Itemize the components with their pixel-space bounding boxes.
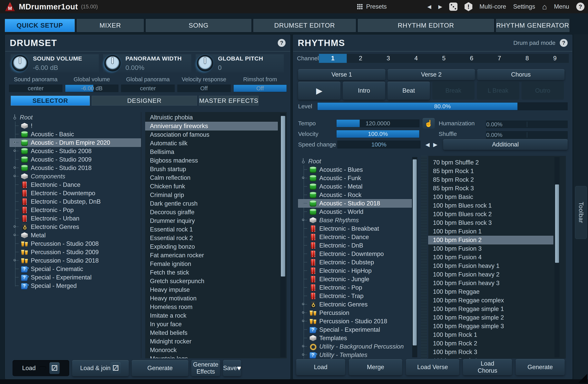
- tree-item[interactable]: Acoustic - Studio 2018: [298, 199, 412, 208]
- list-item[interactable]: 100 bpm Basic: [428, 193, 553, 201]
- action-button[interactable]: Generate: [516, 359, 565, 375]
- presets-menu[interactable]: Presets: [357, 3, 387, 10]
- list-item[interactable]: Monorock: [145, 346, 278, 354]
- tree-item[interactable]: Percussion - Studio 2008: [10, 239, 141, 248]
- tree-item[interactable]: Components: [10, 172, 141, 181]
- param-field[interactable]: -6.00 dB: [65, 85, 118, 92]
- tab[interactable]: RHYTHM EDITOR: [358, 19, 494, 32]
- list-item[interactable]: 85 bpm Rock 2: [428, 175, 553, 184]
- prev-preset-button[interactable]: ◀: [427, 4, 431, 10]
- action-button[interactable]: Merge: [349, 359, 402, 375]
- channel-button[interactable]: 2: [347, 54, 375, 63]
- knob-control[interactable]: [12, 55, 28, 72]
- multicore-button[interactable]: Multi-core: [479, 3, 506, 10]
- list-item[interactable]: Fetch the stick: [145, 268, 278, 277]
- list-item[interactable]: 100 bpm Reggae simple 1: [428, 305, 553, 313]
- action-button[interactable]: Load Chorus: [463, 359, 512, 375]
- additional-button[interactable]: Additional: [443, 139, 567, 150]
- list-item[interactable]: 100 bpm Reggae: [428, 288, 553, 296]
- list-item[interactable]: Association of famous: [145, 130, 278, 139]
- tree-item[interactable]: Acoustic - Blues: [298, 165, 412, 174]
- tree-item[interactable]: Acoustic - World: [298, 208, 412, 216]
- expander-icon[interactable]: [14, 166, 16, 169]
- tree-item[interactable]: Electronic - Downtempo: [10, 189, 141, 197]
- tree-item[interactable]: Electronic - HipHop: [298, 267, 412, 275]
- list-item[interactable]: 100 bpm Reggae simple 2: [428, 313, 553, 322]
- tree-item[interactable]: Special - Cinematic: [10, 265, 141, 273]
- tree-item[interactable]: Special - Experimental: [298, 326, 412, 334]
- rhythms-help-icon[interactable]: ?: [560, 39, 567, 47]
- list-item[interactable]: 100 bpm Rock 1: [428, 330, 553, 339]
- list-item[interactable]: Essential rock 1: [145, 225, 278, 234]
- tree-item[interactable]: Acoustic - Rock: [298, 191, 412, 199]
- list-item[interactable]: Midnight rocker: [145, 337, 278, 346]
- channel-button[interactable]: 5: [430, 54, 458, 63]
- tree-item[interactable]: Root: [298, 157, 412, 165]
- next-preset-button[interactable]: ▶: [438, 4, 442, 10]
- tab[interactable]: MIXER: [77, 19, 144, 32]
- param-field[interactable]: center: [121, 85, 174, 92]
- param-field[interactable]: Off: [233, 85, 287, 92]
- list-item[interactable]: Decorous giraffe: [145, 208, 278, 217]
- tree-item[interactable]: Utility - Templates: [298, 351, 412, 359]
- tree-item[interactable]: Percussion: [298, 309, 412, 317]
- expander-icon[interactable]: [14, 150, 16, 152]
- part-button[interactable]: L Break: [477, 82, 519, 100]
- list-item[interactable]: 85 bpm Rock 3: [428, 184, 553, 193]
- list-item[interactable]: Heavy impulse: [145, 286, 278, 294]
- speed-next-button[interactable]: ▶: [433, 141, 438, 148]
- list-item[interactable]: 100 bpm Fusion 1: [428, 227, 553, 236]
- tree-item[interactable]: Electronic - DnB: [298, 241, 412, 250]
- notifications-icon[interactable]: [464, 2, 472, 11]
- home-icon[interactable]: ⌂: [542, 3, 547, 11]
- subtab[interactable]: MASTER EFFECTS: [199, 96, 258, 106]
- channel-button[interactable]: 9: [541, 54, 569, 63]
- tree-item[interactable]: Special - Merged: [10, 282, 141, 290]
- tree-item[interactable]: Templates: [298, 334, 412, 342]
- tree-item[interactable]: Electronic - Trap: [298, 292, 412, 300]
- expander-icon[interactable]: [14, 225, 16, 228]
- rhythms-list-scrollbar[interactable]: [554, 157, 560, 357]
- list-item[interactable]: Bellisima: [145, 148, 278, 156]
- tree-item[interactable]: Acoustic - Funk: [298, 174, 412, 182]
- shuffle-field[interactable]: 0.00%: [486, 131, 567, 139]
- list-item[interactable]: In your face: [145, 320, 278, 328]
- tree-item[interactable]: Utility - Background Percussion: [298, 342, 412, 351]
- list-item[interactable]: Criminal grip: [145, 191, 278, 199]
- scrollbar-thumb[interactable]: [413, 159, 417, 346]
- tree-item[interactable]: Acoustic - Studio 2018: [10, 164, 141, 172]
- param-field[interactable]: center: [9, 85, 62, 92]
- action-button[interactable]: Load ⚂: [13, 360, 69, 376]
- speed-change-field[interactable]: 100%: [337, 141, 420, 148]
- tab[interactable]: SONG: [146, 19, 251, 32]
- list-item[interactable]: Female ignition: [145, 260, 278, 268]
- tempo-slider[interactable]: 120.0000: [336, 119, 420, 127]
- tree-item[interactable]: Acoustic - Drum Empire 2020: [10, 138, 141, 147]
- list-item[interactable]: 100 bpm Rock 4: [428, 356, 553, 359]
- list-item[interactable]: Chicken funk: [145, 182, 278, 191]
- tree-item[interactable]: Electronic - Pop: [10, 206, 141, 214]
- list-item[interactable]: Drummer inquiry: [145, 217, 278, 225]
- dice-icon[interactable]: ⚂: [49, 362, 60, 374]
- action-button[interactable]: Load Verse: [406, 359, 459, 375]
- list-item[interactable]: Imitate a rock: [145, 311, 278, 320]
- action-button[interactable]: Generate: [132, 360, 188, 376]
- tab[interactable]: RHYTHM GENERATOR: [496, 19, 569, 32]
- part-button[interactable]: Break: [432, 82, 475, 100]
- tree-item[interactable]: Electronic - Downtempo: [298, 250, 412, 258]
- list-item[interactable]: Gretch suckerpunch: [145, 277, 278, 286]
- tree-item[interactable]: Special - Experimental: [10, 273, 141, 282]
- part-button[interactable]: Beat: [387, 82, 430, 100]
- action-button[interactable]: Load & join ⚂: [72, 360, 129, 376]
- list-item[interactable]: 100 bpm Fusion heavy 2: [428, 270, 553, 279]
- tree-item[interactable]: Percussion - Studio 2009: [10, 248, 141, 256]
- speed-prev-button[interactable]: ◀: [425, 141, 430, 148]
- rhythms-tree-scrollbar[interactable]: [412, 157, 417, 357]
- channel-button[interactable]: 1: [319, 54, 347, 63]
- list-item[interactable]: 100 bpm Blues rock 3: [428, 219, 553, 227]
- tree-item[interactable]: !: [10, 122, 141, 130]
- velocity-slider[interactable]: 100.0%: [336, 130, 420, 138]
- subtab[interactable]: DESIGNER: [92, 96, 197, 106]
- list-item[interactable]: Dark gentle crush: [145, 199, 278, 208]
- tree-item[interactable]: Percussion - Studio 2018: [298, 317, 412, 326]
